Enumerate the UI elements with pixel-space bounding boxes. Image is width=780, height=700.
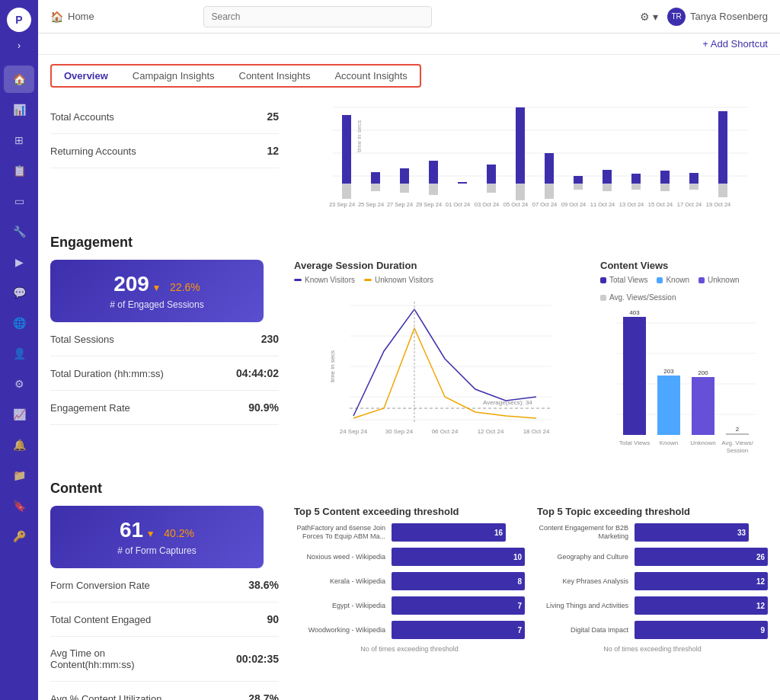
svg-text:07 Oct 24: 07 Oct 24 [532, 201, 558, 208]
svg-text:Avg. Views/: Avg. Views/ [721, 439, 753, 446]
svg-rect-68 [692, 377, 714, 435]
svg-text:27 Sep 24: 27 Sep 24 [387, 201, 413, 208]
returning-accounts-label: Returning Accounts [50, 145, 136, 157]
session-duration-line-chart: Average(secs): 34 24 Sep 24 30 Sep 24 [294, 290, 588, 443]
sidebar-item-files[interactable]: 📁 [4, 462, 34, 489]
svg-rect-5 [342, 115, 351, 184]
known-visitors-legend: Known Visitors [294, 276, 355, 284]
engagement-rate-value: 90.9% [248, 401, 279, 414]
sidebar-item-bookmark[interactable]: 🔖 [4, 492, 34, 519]
sidebar-item-globe[interactable]: 🌐 [4, 309, 34, 337]
total-duration-value: 04:44:02 [236, 367, 279, 379]
sidebar-item-analytics[interactable]: 📊 [4, 96, 34, 123]
content-views-bar-chart: 403 203 200 2 Tot [600, 308, 768, 460]
svg-rect-28 [689, 173, 698, 184]
content-charts: Top 5 Content exceeding threshold PathFa… [294, 506, 768, 700]
accounts-section: Total Accounts 25 Returning Accounts 12 [50, 100, 768, 216]
sidebar-item-tools[interactable]: 🔧 [4, 218, 34, 245]
hbar-label-2: Kerala - Wikipedia [294, 577, 385, 586]
top5-topic-axis-label: No of times exceeding threshold [537, 645, 768, 653]
hbar-topic-row-3: Living Things and Activities 12 [537, 596, 768, 615]
svg-text:01 Oct 24: 01 Oct 24 [446, 201, 471, 208]
total-accounts-row: Total Accounts 25 [50, 100, 279, 134]
add-shortcut-bar: + Add Shortcut [38, 34, 780, 55]
sidebar-expand-btn[interactable]: › [11, 38, 27, 53]
hbar-topic-2: 12 [635, 572, 768, 590]
svg-text:Session: Session [727, 447, 748, 454]
content-section: Content 61 ▼ 40.2% # of Form Captures [50, 481, 768, 700]
sidebar-item-user[interactable]: 👤 [4, 340, 34, 367]
accounts-bar-chart: time in secs [294, 100, 768, 214]
svg-text:Unknown: Unknown [690, 439, 715, 446]
accounts-metrics: Total Accounts 25 Returning Accounts 12 [50, 100, 279, 216]
hbar-label-3: Egypt - Wikipedia [294, 602, 385, 610]
avg-session-chart-title: Average Session Duration [294, 260, 588, 271]
settings-gear-btn[interactable]: ⚙ ▾ [640, 11, 658, 23]
svg-text:05 Oct 24: 05 Oct 24 [503, 201, 529, 208]
home-icon: 🏠 [50, 11, 63, 23]
tab-campaign-insights[interactable]: Campaign Insights [120, 66, 227, 88]
hbar-0: 16 [392, 523, 506, 542]
sidebar-item-segments[interactable]: ▭ [4, 187, 34, 215]
svg-rect-21 [574, 184, 583, 190]
engagement-charts: Average Session Duration Known Visitors … [294, 260, 768, 462]
tab-overview[interactable]: Overview [52, 66, 120, 88]
hbar-topic-label-1: Geography and Culture [537, 553, 628, 561]
page-title: Home [68, 11, 94, 22]
svg-text:15 Oct 24: 15 Oct 24 [648, 201, 673, 208]
svg-text:25 Sep 24: 25 Sep 24 [358, 201, 384, 208]
svg-text:29 Sep 24: 29 Sep 24 [416, 201, 442, 208]
sidebar-item-grid[interactable]: ⊞ [4, 126, 34, 154]
form-conversion-row: Form Conversion Rate 38.6% [50, 568, 279, 603]
avg-session-chart: Average Session Duration Known Visitors … [294, 260, 588, 462]
engagement-section-title: Engagement [50, 235, 768, 251]
avg-session-legend: Known Visitors Unknown Visitors [294, 276, 588, 284]
total-content-label: Total Content Engaged [50, 614, 151, 625]
sidebar-item-notifications[interactable]: 🔔 [4, 431, 34, 459]
sidebar-item-home[interactable]: 🏠 [4, 66, 34, 93]
sidebar-item-content[interactable]: 📋 [4, 157, 34, 184]
hbar-label-1: Noxious weed - Wikipedia [294, 553, 385, 561]
form-conversion-label: Form Conversion Rate [50, 580, 150, 591]
top5-topic-bars: Content Engagement for B2B Marketing 33 … [537, 523, 768, 639]
engaged-sessions-number: 209 [113, 272, 149, 296]
svg-rect-19 [545, 184, 554, 199]
engagement-rate-row: Engagement Rate 90.9% [50, 391, 279, 425]
svg-text:2: 2 [736, 426, 740, 433]
content-left: 61 ▼ 40.2% # of Form Captures Form Conve… [50, 506, 279, 700]
total-content-row: Total Content Engaged 90 [50, 603, 279, 637]
tab-account-insights[interactable]: Account Insights [322, 66, 419, 88]
sidebar-item-chart[interactable]: 📈 [4, 401, 34, 428]
total-accounts-value: 25 [267, 110, 279, 123]
app-logo[interactable]: P [7, 8, 31, 32]
tab-content-insights[interactable]: Content Insights [227, 66, 323, 88]
user-menu-btn[interactable]: TR Tanya Rosenberg [667, 8, 768, 26]
engagement-left: 209 ▼ 22.6% # of Engaged Sessions Total … [50, 260, 279, 462]
sidebar-item-settings[interactable]: ⚙ [4, 370, 34, 398]
svg-rect-17 [516, 184, 525, 200]
hbar-1: 10 [392, 548, 525, 566]
sidebar-item-messages[interactable]: 💬 [4, 279, 34, 306]
svg-rect-66 [657, 376, 680, 435]
svg-rect-15 [487, 184, 496, 193]
hbar-topic-row-2: Key Phrases Analysis 12 [537, 572, 768, 590]
engaged-sessions-pct: 22.6% [170, 281, 200, 293]
breadcrumb: 🏠 Home [50, 11, 94, 23]
svg-text:200: 200 [698, 369, 708, 376]
search-input[interactable] [203, 6, 432, 27]
accounts-chart: time in secs [294, 100, 768, 216]
hbar-3: 7 [392, 596, 525, 615]
content-views-title: Content Views [600, 260, 768, 271]
svg-rect-27 [660, 184, 670, 191]
svg-text:13 Oct 24: 13 Oct 24 [619, 201, 644, 208]
topbar-right: ⚙ ▾ TR Tanya Rosenberg [640, 8, 768, 26]
hbar-topic-3: 12 [635, 596, 768, 615]
svg-rect-22 [603, 170, 612, 184]
sidebar-item-key[interactable]: 🔑 [4, 523, 34, 550]
sidebar-item-play[interactable]: ▶ [4, 248, 34, 276]
svg-rect-14 [487, 165, 496, 184]
add-shortcut-button[interactable]: + Add Shortcut [702, 38, 768, 50]
svg-text:203: 203 [663, 368, 674, 375]
known-dot [657, 277, 663, 283]
dashboard: Total Accounts 25 Returning Accounts 12 [38, 100, 780, 700]
